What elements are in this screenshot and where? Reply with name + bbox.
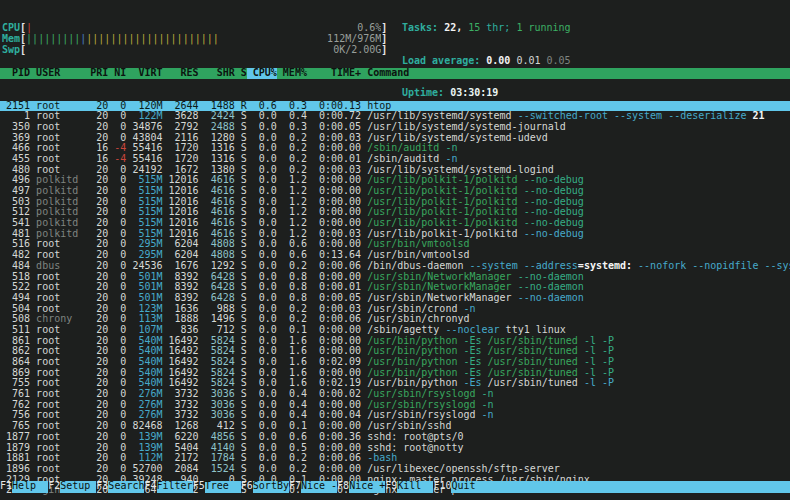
cell-pid: 518 [0, 272, 30, 283]
cell-state: S [235, 378, 247, 389]
cell-command: /usr/sbin/NetworkManager --no-daemon [361, 293, 790, 304]
process-row[interactable]: 864root200540M164925824S0.01.60:02.09/us… [0, 357, 790, 368]
process-row[interactable]: 862root200540M164925824S0.01.60:00.00/us… [0, 346, 790, 357]
process-row[interactable]: 497polkitd200515M120164616S0.01.20:00.00… [0, 186, 790, 197]
column-header-virt[interactable]: VIRT [126, 68, 162, 79]
fkey-f10-quit[interactable]: F10Quit [433, 481, 790, 493]
cell-cpu-pct: 0.0 [247, 293, 277, 304]
cell-virt: 55416 [126, 154, 162, 165]
cell-mem-pct: 1.2 [277, 186, 307, 197]
cell-command: /usr/lib/polkit-1/polkitd --no-debug [361, 197, 790, 208]
cell-state: S [235, 314, 247, 325]
cell-shr: 5824 [199, 336, 235, 347]
command-segment: /usr/libexec/openssh/sftp-server [367, 464, 560, 474]
column-header-time[interactable]: TIME+ [307, 68, 361, 79]
process-row[interactable]: 761root200276M37323036S0.00.40:00.02/usr… [0, 389, 790, 400]
column-header-s[interactable]: S [235, 68, 247, 79]
process-row[interactable]: 496polkitd200515M120164616S0.01.20:00.00… [0, 175, 790, 186]
fkey-f8-nice[interactable]: F8Nice + [337, 481, 385, 493]
process-row[interactable]: 755root200540M164925824S0.01.60:02.19/us… [0, 378, 790, 389]
process-row[interactable]: 482root200295M62044808S0.00.60:13.64/usr… [0, 250, 790, 261]
process-row[interactable]: 861root200540M164925824S0.01.60:00.00/us… [0, 336, 790, 347]
process-row[interactable]: 516root200295M62044808S0.00.60:00.00/usr… [0, 239, 790, 250]
fkey-f5-tree[interactable]: F5Tree [193, 481, 241, 493]
process-row[interactable]: 765root200824681268412S0.00.10:00.00/usr… [0, 421, 790, 432]
fkey-f1-help[interactable]: F1Help [0, 481, 48, 493]
process-row[interactable]: 1877root200139M62204856S0.00.60:00.36ssh… [0, 432, 790, 443]
cell-pid: 496 [0, 175, 30, 186]
cell-state: R [235, 101, 247, 112]
cell-command: /usr/sbin/chronyd [361, 314, 790, 325]
process-row[interactable]: 369root2004380421161280S0.00.20:00.03/us… [0, 133, 790, 144]
cell-pid: 481 [0, 229, 30, 240]
process-row[interactable]: 541polkitd200515M120164616S0.01.20:00.00… [0, 218, 790, 229]
process-row[interactable]: 1879root200139M54044140S0.00.50:00.00ssh… [0, 443, 790, 454]
column-header-pid[interactable]: PID [0, 68, 30, 79]
cell-ni: 0 [108, 111, 126, 122]
process-row[interactable]: 480root2002419216721380S0.00.20:00.03/us… [0, 165, 790, 176]
cell-time: 0:02.09 [307, 357, 361, 368]
cell-command: /usr/bin/vmtoolsd [361, 239, 790, 250]
process-row[interactable]: 484dbus2002453616761292S0.00.20:00.06/bi… [0, 261, 790, 272]
process-row[interactable]: 2151root200120M26441488R0.60.30:00.13hto… [0, 101, 790, 112]
command-segment: /sbin/auditd [367, 154, 445, 164]
cell-state: S [235, 389, 247, 400]
process-row[interactable]: 1root200122M36282424S0.00.40:00.72/usr/l… [0, 111, 790, 122]
column-header-command[interactable]: Command [361, 68, 790, 79]
column-header-cpu[interactable]: CPU% [247, 68, 277, 79]
cell-res: 8392 [163, 293, 199, 304]
cell-ni: 0 [108, 314, 126, 325]
process-row[interactable]: 756root200276M37323036S0.00.40:00.04/usr… [0, 410, 790, 421]
process-row[interactable]: 504root200123M1636988S0.00.20:00.03/usr/… [0, 304, 790, 315]
cell-shr: 712 [199, 325, 235, 336]
column-header-user[interactable]: USER [30, 68, 84, 79]
process-row[interactable]: 511root200107M836712S0.00.10:00.00/sbin/… [0, 325, 790, 336]
cpu-meter-value: 0.6% [357, 23, 381, 34]
cell-cpu-pct: 0.0 [247, 229, 277, 240]
process-row[interactable]: 350root2003487627922488S0.00.30:00.05/us… [0, 122, 790, 133]
process-row[interactable]: 1896root2005270020841524S0.00.20:00.00/u… [0, 464, 790, 475]
fkey-f9-kill[interactable]: F9Kill [385, 481, 433, 493]
fkey-f3-search[interactable]: F3Search [96, 481, 144, 493]
cell-state: S [235, 229, 247, 240]
cell-mem-pct: 1.6 [277, 346, 307, 357]
process-row[interactable]: 512polkitd200515M120164616S0.01.20:00.00… [0, 207, 790, 218]
fkey-f4-filter[interactable]: F4Filter [144, 481, 192, 493]
process-row[interactable]: 494root200501M83926428S0.00.80:00.05/usr… [0, 293, 790, 304]
cell-cpu-pct: 0.0 [247, 218, 277, 229]
process-row[interactable]: 762root200276M37323036S0.00.40:00.00/usr… [0, 400, 790, 411]
cell-virt: 540M [126, 336, 162, 347]
column-header-pri[interactable]: PRI [84, 68, 108, 79]
column-header-mem[interactable]: MEM% [277, 68, 307, 79]
column-header-ni[interactable]: NI [108, 68, 126, 79]
process-row[interactable]: 869root200540M164925824S0.01.60:00.00/us… [0, 368, 790, 379]
fkey-f6-sortby[interactable]: F6SortBy [241, 481, 289, 493]
cell-virt: 295M [126, 250, 162, 261]
process-row[interactable]: 508chrony200113M18881496S0.00.20:00.06/u… [0, 314, 790, 325]
cell-pri: 20 [84, 207, 108, 218]
mem-meter-pipes-green: ||||||||| [26, 34, 80, 44]
process-row[interactable]: 455root16-45541617201316S0.00.20:00.01/s… [0, 154, 790, 165]
cell-res: 2792 [163, 122, 199, 133]
process-row[interactable]: 481polkitd200515M120164616S0.01.20:00.03… [0, 229, 790, 240]
htop-terminal: CPU[|0.6%]Mem[||||||||||||||||||||||||||… [0, 0, 790, 500]
process-row[interactable]: 466root16-45541617201316S0.00.20:00.00/s… [0, 143, 790, 154]
column-header-shr[interactable]: SHR [199, 68, 235, 79]
process-row[interactable]: 1881root200112M21721784S0.00.20:00.06-ba… [0, 453, 790, 464]
command-segment: /usr/lib/systemd/systemd-logind [367, 165, 554, 175]
cell-res: 6220 [163, 432, 199, 443]
fkey-action-label: Nice - [301, 481, 337, 493]
cell-time: 0:00.02 [307, 389, 361, 400]
process-row[interactable]: 503polkitd200515M120164616S0.01.20:00.00… [0, 197, 790, 208]
cell-state: S [235, 346, 247, 357]
fkey-f7-nice[interactable]: F7Nice - [289, 481, 337, 493]
cell-user: root [30, 133, 84, 144]
command-segment: /usr/sbin/rsyslogd [367, 389, 481, 399]
fkey-f2-setup[interactable]: F2Setup [48, 481, 96, 493]
process-row[interactable]: 522root200501M83926428S0.00.80:00.01/usr… [0, 282, 790, 293]
cell-mem-pct: 0.3 [277, 122, 307, 133]
process-row[interactable]: 518root200501M83926428S0.00.80:00.00/usr… [0, 272, 790, 283]
cell-ni: 0 [108, 464, 126, 475]
column-header-res[interactable]: RES [163, 68, 199, 79]
command-segment: --system --address [469, 261, 577, 271]
